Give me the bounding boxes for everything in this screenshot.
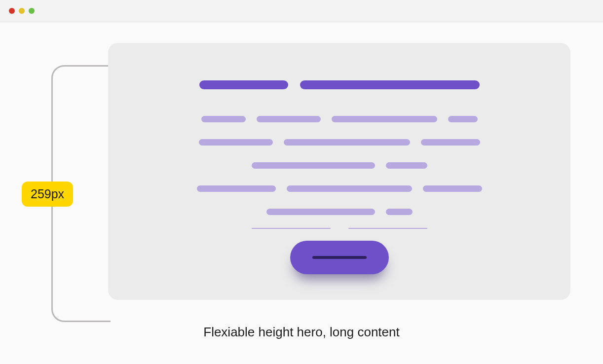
caption: Flexiable height hero, long content	[32, 325, 571, 340]
skeleton-bar	[386, 162, 427, 169]
skeleton-bar	[201, 116, 246, 122]
skeleton-bar	[332, 116, 437, 122]
skeleton-bar	[348, 228, 427, 229]
skeleton-heading	[199, 80, 480, 89]
skeleton-bar	[197, 185, 276, 192]
window-titlebar	[0, 0, 603, 22]
height-badge: 259px	[22, 182, 73, 207]
skeleton-bar	[257, 116, 321, 122]
skeleton-bar	[448, 116, 478, 122]
cta-button[interactable]	[290, 241, 389, 274]
skeleton-bar	[252, 162, 375, 169]
skeleton-bar	[266, 209, 375, 215]
minimize-icon[interactable]	[19, 8, 25, 14]
skeleton-bar	[287, 185, 412, 192]
skeleton-body	[197, 116, 482, 215]
skeleton-bar	[199, 80, 288, 89]
skeleton-bar	[300, 80, 480, 89]
skeleton-thin-row	[252, 228, 427, 229]
skeleton-row	[201, 116, 478, 122]
skeleton-bar	[423, 185, 482, 192]
zoom-icon[interactable]	[29, 8, 35, 14]
close-icon[interactable]	[9, 8, 15, 14]
stage: 259px	[0, 22, 603, 340]
skeleton-bar	[252, 228, 331, 229]
skeleton-row	[252, 162, 427, 169]
skeleton-bar	[284, 139, 410, 146]
skeleton-bar	[386, 209, 413, 215]
skeleton-row	[199, 139, 480, 146]
skeleton-bar	[421, 139, 480, 146]
skeleton-bar	[312, 256, 367, 259]
skeleton-row	[266, 209, 413, 215]
skeleton-bar	[199, 139, 273, 146]
skeleton-row	[197, 185, 482, 192]
hero-card	[108, 43, 570, 300]
